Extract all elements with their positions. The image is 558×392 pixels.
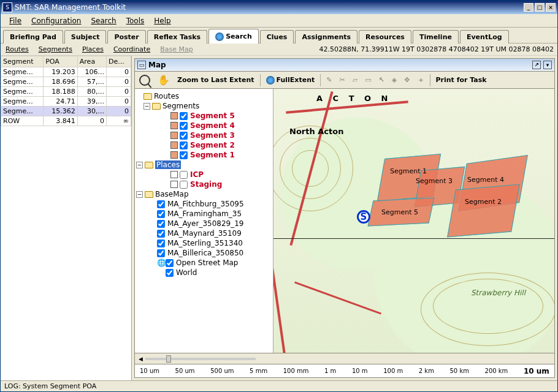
layer-checkbox[interactable]	[180, 151, 188, 159]
submenu-segments[interactable]: Segments	[34, 44, 77, 55]
map-panel-title: Map	[148, 61, 166, 69]
menu-tools[interactable]: Tools	[121, 15, 150, 26]
menu-help[interactable]: Help	[149, 15, 175, 26]
close-button[interactable]: ×	[546, 3, 556, 12]
layer-type-icon: 🌐	[157, 258, 166, 267]
menu-bar: File Configuration Search Tools Help	[1, 14, 557, 28]
collapse-icon[interactable]: −	[136, 191, 143, 198]
print-for-task-button[interactable]: Print for Task	[433, 74, 490, 86]
swatch-icon	[170, 151, 178, 159]
table-row[interactable]: Segme...18.69657,...0	[1, 77, 131, 87]
tab-subject[interactable]: Subject	[64, 30, 107, 43]
layer-tree[interactable]: Routes −Segments Segment 5Segment 4Segme…	[135, 89, 273, 353]
layer-item[interactable]: MA_Ayer_350829_19	[135, 219, 273, 228]
layer-checkbox[interactable]	[180, 112, 188, 120]
layer-item[interactable]: 🌐Open Street Map	[135, 258, 273, 268]
zoom-tool[interactable]	[136, 73, 153, 88]
layer-checkbox[interactable]	[180, 122, 188, 130]
tab-reflex-tasks[interactable]: Reflex Tasks	[147, 30, 207, 43]
layer-item[interactable]: Segment 5	[135, 111, 273, 121]
layer-item[interactable]: Segment 3	[135, 130, 273, 140]
layer-checkbox[interactable]	[157, 249, 165, 257]
detach-icon[interactable]: ↗	[532, 61, 541, 69]
zoom-last-extent-button[interactable]: Zoom to Last Extent	[174, 74, 258, 86]
map-panel-icon: ▭	[137, 61, 146, 69]
tab-briefing-pad[interactable]: Briefing Pad	[3, 30, 63, 43]
menu-file[interactable]: File	[4, 15, 26, 26]
globe-icon	[266, 76, 275, 85]
layer-checkbox[interactable]	[180, 181, 188, 189]
folder-icon	[145, 191, 153, 198]
layer-checkbox[interactable]	[180, 141, 188, 149]
scale-current: 10 um	[524, 367, 549, 375]
layer-checkbox[interactable]	[180, 171, 188, 179]
layer-basemap[interactable]: −BaseMap	[135, 189, 273, 199]
col-area[interactable]: Area	[77, 56, 106, 67]
tab-poster[interactable]: Poster	[107, 30, 145, 43]
edit-tool-1: ✎	[323, 74, 335, 86]
tab-eventlog[interactable]: EventLog	[460, 30, 509, 43]
layer-item[interactable]: MA_Maynard_35109	[135, 228, 273, 238]
folder-icon	[145, 162, 153, 168]
tab-timeline[interactable]: Timeline	[413, 30, 459, 43]
layer-item[interactable]: Segment 4	[135, 121, 273, 130]
col-poa[interactable]: POA	[44, 56, 78, 67]
layer-item[interactable]: MA_Framingham_35	[135, 209, 273, 219]
segment-table[interactable]: Segment POA Area De... Segme...19.203106…	[1, 56, 131, 126]
zoom-slider-bar: ◀	[134, 353, 555, 364]
layer-checkbox[interactable]	[157, 220, 165, 228]
layer-item[interactable]: ICP	[135, 170, 273, 179]
minimize-button[interactable]: _	[524, 3, 533, 12]
layer-checkbox[interactable]	[157, 230, 165, 238]
layer-item[interactable]: World	[135, 268, 273, 277]
zoom-slider[interactable]	[145, 358, 256, 360]
tab-assignments[interactable]: Assignments	[295, 30, 357, 43]
layer-segments[interactable]: −Segments	[135, 101, 273, 111]
slider-thumb[interactable]	[166, 355, 171, 363]
layer-places[interactable]: −Places	[135, 160, 273, 170]
table-row[interactable]: ROW3.8410∞	[1, 116, 131, 126]
full-extent-button[interactable]: FullExtent	[263, 74, 318, 86]
layer-routes[interactable]: Routes	[135, 91, 273, 101]
submenu-places[interactable]: Places	[77, 44, 109, 55]
col-de[interactable]: De...	[106, 56, 131, 67]
layer-item[interactable]: MA_Fitchburg_35095	[135, 199, 273, 209]
layer-checkbox[interactable]	[166, 269, 174, 277]
table-row[interactable]: Segme...24.7139,...0	[1, 97, 131, 107]
pan-tool[interactable]: ✋	[155, 72, 173, 88]
maximize-button[interactable]: □	[535, 3, 545, 12]
table-row[interactable]: Segme...19.203106...0	[1, 67, 131, 77]
layer-item[interactable]: Segment 2	[135, 140, 273, 150]
col-segment[interactable]: Segment	[1, 56, 44, 67]
layer-item[interactable]: MA_Sterling_351340	[135, 238, 273, 248]
layer-checkbox[interactable]	[157, 200, 165, 208]
layer-checkbox[interactable]	[166, 259, 174, 267]
collapse-icon[interactable]: −	[136, 162, 143, 168]
edit-tool-4: ▭	[362, 74, 374, 86]
map-canvas[interactable]: A C T O N North Acton Segment 1 Segment …	[273, 89, 554, 353]
map-panel-header[interactable]: ▭ Map ↗ ▾	[134, 58, 555, 72]
tab-resources[interactable]: Resources	[359, 30, 411, 43]
submenu-routes[interactable]: Routes	[1, 44, 34, 55]
tab-search[interactable]: Search	[208, 29, 259, 43]
segment-2-shape[interactable]	[447, 184, 520, 237]
table-row[interactable]: Segme...18.18880,...0	[1, 87, 131, 97]
edit-tool-2: ✂	[337, 74, 348, 86]
table-row[interactable]: Segme...15.36230,...0	[1, 107, 131, 116]
collapse-icon[interactable]: −	[143, 103, 150, 110]
menu-configuration[interactable]: Configuration	[26, 15, 86, 26]
layer-checkbox[interactable]	[157, 239, 165, 247]
collapse-icon[interactable]: ▾	[543, 61, 552, 69]
folder-icon	[152, 103, 161, 110]
layer-item[interactable]: Staging	[135, 179, 273, 189]
menu-search[interactable]: Search	[86, 15, 121, 26]
tab-clues[interactable]: Clues	[260, 30, 294, 43]
coordinate-readout: 42.50288N, 71.39911W 19T 0302878 4708402…	[319, 45, 558, 53]
layer-item[interactable]: MA_Billerica_350850	[135, 248, 273, 258]
layer-item[interactable]: Segment 1	[135, 150, 273, 160]
submenu-coordinate[interactable]: Coordinate	[109, 44, 155, 55]
layer-checkbox[interactable]	[157, 210, 165, 218]
layer-checkbox[interactable]	[180, 132, 188, 140]
swatch-icon	[170, 132, 178, 139]
subject-marker[interactable]: S	[357, 210, 370, 224]
